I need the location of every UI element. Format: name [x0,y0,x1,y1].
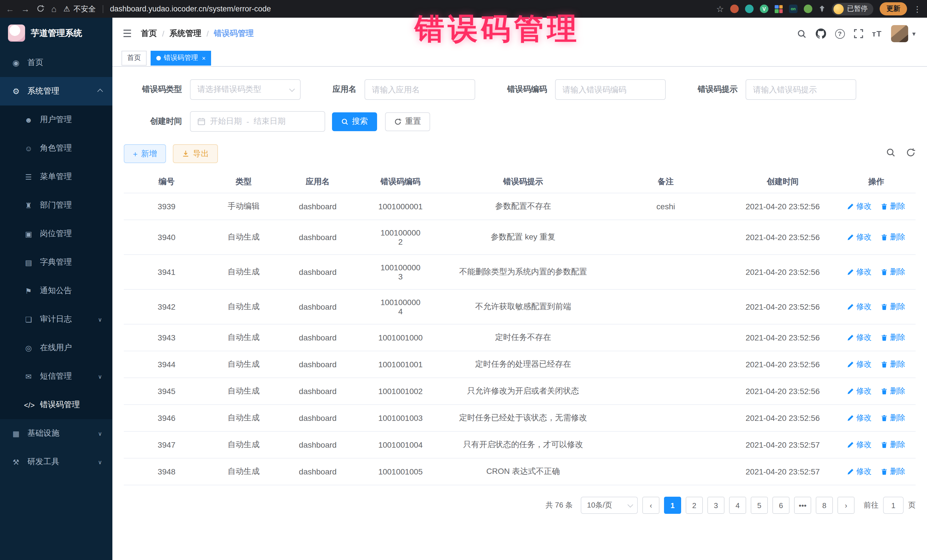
delete-link[interactable]: 删除 [881,440,905,450]
browser-back-icon[interactable]: ← [6,5,14,13]
app-name-input[interactable] [372,85,468,94]
extension-icon[interactable] [745,5,754,13]
error-code-input[interactable] [562,85,658,94]
delete-link[interactable]: 删除 [881,201,905,212]
edit-link[interactable]: 修改 [847,359,872,370]
logo-image [8,24,25,42]
date-range-picker[interactable]: 开始日期 - 结束日期 [190,111,325,132]
table-row: 3947 自动生成 dashboard 1001001004 只有开启状态的任务… [124,431,916,458]
sidebar-subitem[interactable]: ☻ 用户管理 [0,106,112,134]
warning-icon: ⚠ [63,5,70,13]
extension-icon[interactable] [775,5,783,13]
sidebar-subitem[interactable]: ☺ 角色管理 [0,134,112,162]
prev-page-button[interactable]: ‹ [642,497,660,514]
sidebar-subitem[interactable]: ☰ 菜单管理 [0,162,112,191]
address-url[interactable]: dashboard.yudao.iocoder.cn/system/error-… [110,5,271,13]
sidebar-subitem[interactable]: ◎ 在线用户 [0,334,112,362]
delete-link[interactable]: 删除 [881,466,905,477]
edit-link[interactable]: 修改 [847,440,872,450]
export-button[interactable]: 导出 [173,144,218,163]
extension-icon[interactable] [730,5,739,13]
cell-memo [603,351,728,378]
sidebar-subitem[interactable]: ⚑ 通知公告 [0,276,112,305]
filter-app-label: 应用名 [333,84,357,95]
extension-icon[interactable]: on [789,5,798,13]
browser-reload-icon[interactable] [36,4,44,14]
error-type-select[interactable]: 请选择错误码类型 [190,79,301,100]
bookmark-star-icon[interactable]: ☆ [716,5,724,13]
delete-link[interactable]: 删除 [881,386,905,396]
sidebar-subitem[interactable]: ✉ 短信管理 ∨ [0,362,112,391]
user-menu[interactable]: ▼ [891,25,917,42]
breadcrumb-home[interactable]: 首页 [141,29,157,39]
github-icon[interactable] [816,29,826,39]
delete-link[interactable]: 删除 [881,413,905,423]
extension-icon[interactable] [804,5,812,13]
error-hint-input[interactable] [753,85,849,94]
page-button[interactable]: 6 [772,497,790,514]
delete-link[interactable]: 删除 [881,267,905,277]
fullscreen-icon[interactable] [854,29,863,38]
page-button[interactable]: 2 [686,497,703,514]
sidebar-subitem[interactable]: ▣ 岗位管理 [0,220,112,248]
hamburger-icon[interactable]: ☰ [123,27,132,40]
delete-link[interactable]: 删除 [881,359,905,370]
sidebar-subitem[interactable]: </> 错误码管理 [0,391,112,419]
close-icon[interactable]: × [202,55,206,61]
edit-link[interactable]: 修改 [847,413,872,423]
sidebar-subitem[interactable]: ❏ 审计日志 ∨ [0,305,112,334]
add-button[interactable]: + 新增 [124,144,166,163]
screen: ← → ⌂ ⚠ 不安全 dashboard.yudao.iocoder.cn/s… [0,0,927,560]
reset-button[interactable]: 重置 [385,112,430,131]
page-button[interactable]: ••• [794,497,811,514]
delete-link[interactable]: 删除 [881,302,905,312]
trash-icon [881,334,887,341]
refresh-table-icon[interactable] [906,148,916,160]
edit-link[interactable]: 修改 [847,201,872,212]
page-button[interactable]: 5 [751,497,768,514]
edit-link[interactable]: 修改 [847,386,872,396]
search-icon[interactable] [797,29,806,38]
font-size-icon[interactable]: тТ [872,29,882,38]
delete-link[interactable]: 删除 [881,232,905,242]
page-button[interactable]: 4 [729,497,746,514]
breadcrumb-section[interactable]: 系统管理 [169,29,201,39]
tab-error-code[interactable]: 错误码管理 × [150,50,211,65]
sidebar-item-system[interactable]: ⚙ 系统管理 [0,77,112,106]
edit-link[interactable]: 修改 [847,232,872,242]
browser-update-button[interactable]: 更新 [880,2,907,15]
search-button[interactable]: 搜索 [332,112,377,131]
goto-page-input[interactable] [883,497,904,514]
sidebar-item[interactable]: ⚒ 研发工具 ∨ [0,448,112,476]
app-logo[interactable]: 芋道管理系统 [0,18,112,49]
cell-memo [603,405,728,431]
show-search-icon[interactable] [886,148,896,160]
extension-icon[interactable]: V [760,5,768,13]
edit-link[interactable]: 修改 [847,466,872,477]
pinned-extension-icon[interactable] [819,5,825,12]
sidebar-item[interactable]: ▦ 基础设施 ∨ [0,419,112,448]
table-row: 3940 自动生成 dashboard 100100000 2 参数配置 key… [124,220,916,255]
browser-home-icon[interactable]: ⌂ [51,5,56,13]
page-size-select[interactable]: 10条/页 [581,497,638,514]
browser-menu-icon[interactable]: ⋮ [913,4,921,14]
sidebar-subitem[interactable]: ▤ 字典管理 [0,248,112,276]
tab-home[interactable]: 首页 [122,50,147,65]
page-button[interactable]: 1 [664,497,681,514]
sidebar-subitem[interactable]: ♜ 部门管理 [0,191,112,220]
edit-link[interactable]: 修改 [847,267,872,277]
delete-link[interactable]: 删除 [881,332,905,343]
help-icon[interactable]: ? [835,29,845,38]
edit-link[interactable]: 修改 [847,332,872,343]
next-page-button[interactable]: › [837,497,854,514]
page-button[interactable]: 8 [816,497,833,514]
divider [102,5,103,13]
page-button[interactable]: 3 [707,497,725,514]
security-chip[interactable]: ⚠ 不安全 [63,4,96,14]
edit-link[interactable]: 修改 [847,302,872,312]
cell-message: 参数配置 key 重复 [443,220,603,255]
profile-paused-badge[interactable]: 已暂停 [832,3,873,15]
sidebar-item-home[interactable]: ◉ 首页 [0,49,112,77]
browser-forward-icon[interactable]: → [21,5,30,13]
trash-icon [881,468,887,475]
